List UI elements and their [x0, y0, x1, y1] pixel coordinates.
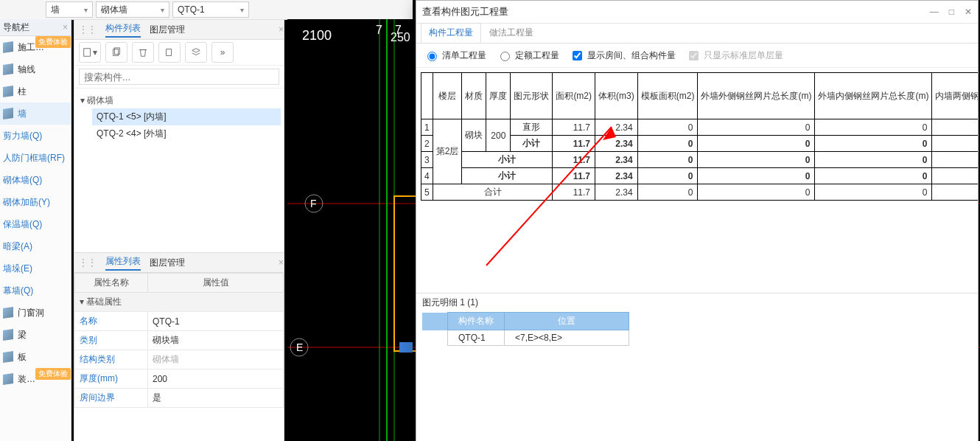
table-row[interactable]: 3 小计 11.72.34000000 — [421, 152, 979, 168]
dim-label: 250 — [391, 31, 410, 44]
detail-row[interactable]: QTQ-1<7,E><8,E> — [422, 330, 629, 346]
table-row[interactable]: 4 小计 11.72.34000000 — [421, 168, 979, 184]
component-toolbar: ▾ » — [74, 40, 284, 66]
copy-button[interactable] — [105, 42, 127, 63]
quantity-table: 楼层 材质 厚度 图元形状 面积(m2) 体积(m3) 模板面积(m2) 外墙外… — [421, 72, 978, 201]
property-panel: ⋮⋮ 属性列表 图层管理 × 属性名称属性值 ▾ 基础属性 名称QTQ-1 类别… — [74, 252, 284, 441]
tree-item-qtq1[interactable]: QTQ-1 <5> [内墙] — [92, 108, 281, 125]
prop-row[interactable]: 房间边界是 — [75, 389, 284, 408]
copy2-button[interactable] — [158, 42, 181, 63]
dialog-titlebar[interactable]: 查看构件图元工程量 — □ ✕ — [416, 1, 978, 24]
check-show-room[interactable]: 显示房间、组合构件量 — [570, 49, 676, 63]
close-icon[interactable]: × — [279, 24, 284, 35]
detail-header: 图元明细 1 (1) — [416, 294, 978, 312]
prop-row[interactable]: 名称QTQ-1 — [75, 312, 284, 331]
drag-handle-icon[interactable]: ⋮⋮ — [79, 24, 97, 35]
nav-item-airdefense[interactable]: 人防门框墙(RF) — [0, 147, 71, 169]
nav-item-construction[interactable]: 施工…免费体验 — [0, 36, 71, 58]
nav-item-masonry[interactable]: 砌体墙(Q) — [0, 169, 71, 191]
nav-item-pier[interactable]: 墙垛(E) — [0, 257, 71, 279]
nav-item-decor[interactable]: 装…免费体验 — [0, 368, 71, 390]
nav-item-reinforce[interactable]: 砌体加筋(Y) — [0, 191, 71, 213]
nav-item-axis[interactable]: 轴线 — [0, 58, 71, 80]
svg-rect-3 — [167, 49, 172, 56]
nav-item-door[interactable]: 门窗洞 — [0, 302, 71, 324]
radio-bill-qty[interactable]: 清单工程量 — [424, 49, 486, 62]
table-row[interactable]: 5 合计 11.72.34000000 — [421, 184, 979, 201]
left-navigator: 导航栏 × 施工…免费体验 轴线 柱 墙 剪力墙(Q) 人防门框墙(RF) 砌体… — [0, 19, 71, 441]
tab-layer-manage[interactable]: 图层管理 — [150, 24, 185, 36]
maximize-icon[interactable]: □ — [949, 7, 954, 17]
minimize-icon[interactable]: — — [930, 7, 939, 17]
left-nav-header: 导航栏 × — [0, 19, 71, 36]
nav-item-insulation[interactable]: 保温墙(Q) — [0, 213, 71, 235]
component-panel-tabs: ⋮⋮ 构件列表 图层管理 × — [74, 20, 284, 40]
property-table: 属性名称属性值 ▾ 基础属性 名称QTQ-1 类别砌块墙 结构类别砌体墙 厚度(… — [74, 273, 284, 408]
tree-item-qtq2[interactable]: QTQ-2 <4> [外墙] — [92, 125, 281, 142]
prop-section[interactable]: ▾ 基础属性 — [75, 293, 284, 312]
close-icon[interactable]: ✕ — [965, 7, 972, 17]
quantity-dialog: 查看构件图元工程量 — □ ✕ 构件工程量 做法工程量 清单工程量 定额工程量 … — [416, 0, 979, 441]
tab-prop-layer[interactable]: 图层管理 — [150, 257, 185, 269]
detail-table: 构件名称位置 QTQ-1<7,E><8,E> — [422, 312, 629, 346]
dialog-options: 清单工程量 定额工程量 显示房间、组合构件量 只显示标准层单层量 — [416, 44, 978, 68]
component-tree: ▾ 砌体墙 QTQ-1 <5> [内墙] QTQ-2 <4> [外墙] — [74, 88, 284, 252]
check-single-layer[interactable]: 只显示标准层单层量 — [686, 49, 783, 63]
table-row[interactable]: 1 第2层 砌块 200 直形 11.72.34000000 — [421, 119, 979, 136]
close-icon[interactable]: × — [63, 22, 68, 32]
component-panel: ⋮⋮ 构件列表 图层管理 × ▾ » ▾ 砌体墙 QTQ-1 <5> [内墙] … — [74, 19, 284, 441]
nav-item-hiddenbeam[interactable]: 暗梁(A) — [0, 235, 71, 257]
axis-label: 7 — [376, 24, 382, 36]
prop-row[interactable]: 厚度(mm)200 — [75, 369, 284, 389]
tab-practice-qty[interactable]: 做法工程量 — [481, 23, 542, 43]
layers-button[interactable] — [185, 42, 207, 63]
more-button[interactable]: » — [211, 42, 234, 63]
tab-component-list[interactable]: 构件列表 — [105, 22, 141, 38]
category-dropdown[interactable]: 墙▾ — [46, 1, 93, 18]
nav-item-beam[interactable]: 梁 — [0, 324, 71, 346]
dialog-tabs: 构件工程量 做法工程量 — [416, 24, 978, 44]
nav-item-shearwall[interactable]: 剪力墙(Q) — [0, 125, 71, 147]
tab-component-qty[interactable]: 构件工程量 — [421, 23, 481, 43]
nav-item-column[interactable]: 柱 — [0, 80, 71, 103]
grid-label-F: F — [310, 198, 317, 209]
nav-item-slab[interactable]: 板 — [0, 346, 71, 368]
svg-rect-0 — [84, 49, 91, 57]
prop-row[interactable]: 结构类别砌体墙 — [75, 350, 284, 369]
svg-rect-10 — [399, 342, 413, 353]
type-dropdown[interactable]: 砌体墙▾ — [96, 1, 169, 18]
delete-button[interactable] — [132, 42, 154, 63]
nav-item-wall[interactable]: 墙 — [0, 103, 71, 125]
tab-prop-list[interactable]: 属性列表 — [105, 255, 141, 271]
close-icon[interactable]: × — [279, 257, 284, 268]
radio-quota-qty[interactable]: 定额工程量 — [497, 49, 559, 62]
search-input[interactable] — [79, 69, 279, 85]
tree-root[interactable]: ▾ 砌体墙 — [77, 93, 281, 108]
new-button[interactable]: ▾ — [79, 42, 101, 63]
dim-label: 2100 — [302, 28, 332, 43]
grid-label-E: E — [296, 341, 303, 353]
prop-row[interactable]: 类别砌块墙 — [75, 331, 284, 350]
svg-rect-9 — [394, 196, 416, 351]
drag-handle-icon[interactable]: ⋮⋮ — [79, 257, 97, 268]
nav-item-curtain[interactable]: 幕墙(Q) — [0, 279, 71, 302]
dialog-title: 查看构件图元工程量 — [422, 5, 508, 18]
component-dropdown[interactable]: QTQ-1▾ — [172, 1, 249, 18]
top-filter-bar: 墙▾ 砌体墙▾ QTQ-1▾ — [0, 0, 413, 20]
